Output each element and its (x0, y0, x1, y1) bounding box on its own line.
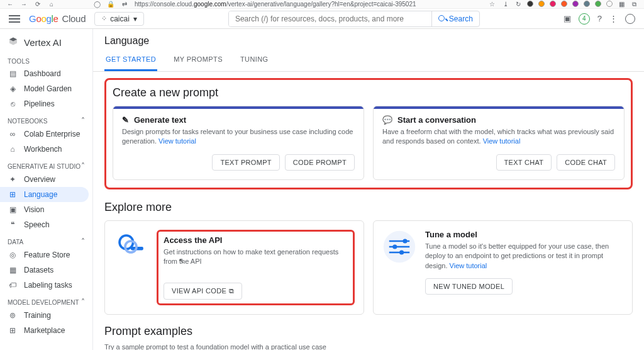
sidebar-item-dashboard[interactable]: ▤Dashboard (0, 66, 92, 81)
external-link-icon: ⧉ (229, 287, 234, 295)
product-title-label: Vertex AI (24, 37, 62, 48)
language-icon: ⊞ (8, 190, 18, 199)
dashboard-icon: ▤ (8, 69, 18, 78)
avatar[interactable] (625, 14, 635, 24)
chevron-up-icon: ˄ (81, 116, 85, 125)
sidebar-item-pipelines[interactable]: ⎋Pipelines (0, 96, 92, 111)
prompt-examples-line1: Try a sample prompt to test a foundation… (104, 343, 633, 350)
explore-heading: Explore more (104, 201, 633, 214)
help-icon[interactable]: ? (597, 14, 602, 23)
view-api-code-button[interactable]: VIEW API CODE ⧉ (164, 283, 242, 300)
project-icon: ⁘ (101, 14, 106, 23)
logo-cloud-text: Cloud (62, 13, 86, 24)
card-generate-text: ✎Generate text Design prompts for tasks … (113, 106, 364, 180)
search-button[interactable]: Search (431, 11, 479, 26)
ext-icon[interactable] (572, 1, 579, 7)
sidebar-item-speech[interactable]: ❝Speech (0, 217, 92, 232)
menu-icon[interactable] (9, 15, 20, 23)
card-title: Access the API (164, 235, 348, 245)
forward-icon[interactable]: → (20, 1, 28, 8)
sidebar-item-training[interactable]: ⊚Training (0, 308, 92, 323)
tab-get-started[interactable]: GET STARTED (104, 49, 157, 71)
section-notebooks[interactable]: NOTEBOOKS˄ (0, 111, 92, 127)
ext-icon[interactable] (550, 1, 556, 7)
terminal-icon[interactable]: ▣ (564, 14, 571, 23)
tabs: GET STARTED MY PROMPTS TUNING (93, 49, 644, 72)
ext-icon[interactable] (561, 1, 567, 7)
browser-chrome: ← → ⟳ ⌂ ◯ 🔒 ⇄ https://console.cloud.goog… (0, 0, 644, 9)
tab-my-prompts[interactable]: MY PROMPTS (172, 49, 224, 71)
ext-icon[interactable] (595, 1, 601, 7)
chat-icon: 💬 (382, 115, 392, 125)
view-tutorial-link[interactable]: View tutorial (158, 137, 196, 145)
access-api-highlight: Access the API Get instructions on how t… (157, 230, 355, 305)
back-icon[interactable]: ← (6, 1, 14, 8)
sidebar-item-datasets[interactable]: ▦Datasets (0, 262, 92, 278)
sidebar-item-feature-store[interactable]: ◎Feature Store (0, 247, 92, 262)
create-prompt-section-highlight: Create a new prompt ✎Generate text Desig… (104, 78, 633, 189)
sidebar-item-model-garden[interactable]: ◈Model Garden (0, 81, 92, 96)
sidebar-item-workbench[interactable]: ⌂Workbench (0, 142, 92, 157)
gcp-header: Google Cloud ⁘ caicai ▾ Search ▣ 4 ? ⋮ (0, 9, 644, 29)
tab-tuning[interactable]: TUNING (239, 49, 270, 71)
project-name: caicai (110, 14, 130, 23)
chevron-up-icon: ˄ (81, 237, 85, 246)
notifications-badge[interactable]: 4 (579, 13, 590, 25)
sidebar-item-colab-enterprise[interactable]: ∞Colab Enterprise (0, 127, 92, 142)
ext-icon[interactable] (606, 1, 613, 7)
code-chat-button[interactable]: CODE CHAT (557, 154, 615, 171)
view-tutorial-link[interactable]: View tutorial (483, 137, 521, 145)
search-input[interactable] (229, 11, 431, 26)
card-title: Tune a model (425, 230, 623, 239)
marketplace-icon: ⊞ (8, 326, 18, 335)
section-genai[interactable]: GENERATIVE AI STUDIO˄ (0, 157, 92, 172)
new-tuned-model-button[interactable]: NEW TUNED MODEL (425, 278, 513, 295)
sidebar-item-overview[interactable]: ✦Overview (0, 172, 92, 187)
home-icon[interactable]: ⌂ (48, 1, 55, 8)
chevron-up-icon: ˄ (81, 162, 85, 171)
product-title[interactable]: Vertex AI (0, 31, 92, 53)
sidebar-item-marketplace[interactable]: ⊞Marketplace (0, 323, 92, 338)
chevron-down-icon: ▾ (133, 14, 137, 23)
text-chat-button[interactable]: TEXT CHAT (496, 154, 552, 171)
logo[interactable]: Google Cloud (29, 13, 86, 24)
pipelines-icon: ⎋ (8, 99, 18, 108)
section-tools: TOOLS (0, 53, 92, 66)
sidebar-item-language[interactable]: ⊞Language (0, 187, 89, 202)
search-box[interactable]: Search (228, 11, 480, 27)
ext-icon[interactable] (584, 1, 590, 7)
section-data[interactable]: DATA˄ (0, 232, 92, 247)
text-prompt-button[interactable]: TEXT PROMPT (212, 154, 279, 171)
training-icon: ⊚ (8, 311, 18, 320)
code-prompt-button[interactable]: CODE PROMPT (285, 154, 355, 171)
cursor-icon: ↖ (179, 257, 363, 265)
main-content: Language GET STARTED MY PROMPTS TUNING C… (93, 29, 644, 350)
ext-icon[interactable] (538, 1, 545, 7)
card-desc: Have a freeform chat with the model, whi… (382, 127, 615, 147)
shield-icon: ◯ (93, 1, 101, 8)
sidebar-item-vision[interactable]: ▣Vision (0, 202, 92, 217)
ext-icon[interactable] (527, 1, 533, 7)
download-icon[interactable]: ⤓ (502, 1, 509, 8)
sidebar: Vertex AI TOOLS ▤Dashboard ◈Model Garden… (0, 29, 93, 350)
url-bar[interactable]: https://console.cloud.google.com/vertex-… (135, 1, 482, 8)
star-icon[interactable]: ☆ (488, 1, 496, 8)
vertex-ai-icon (8, 37, 19, 48)
reload-icon[interactable]: ⟳ (34, 1, 42, 8)
sliders-illustration (382, 230, 416, 264)
card-title: Generate text (134, 115, 186, 125)
sync-icon[interactable]: ↻ (514, 1, 522, 8)
view-tutorial-link[interactable]: View tutorial (450, 262, 487, 269)
card-tune-model: Tune a model Tune a model so it's better… (373, 220, 633, 315)
project-picker[interactable]: ⁘ caicai ▾ (94, 12, 144, 26)
section-model-dev[interactable]: MODEL DEVELOPMENT˄ (0, 293, 92, 308)
copy-icon[interactable]: ⧉ (630, 1, 638, 8)
extensions-icon[interactable]: ▦ (618, 1, 625, 8)
overview-icon: ✦ (8, 175, 18, 184)
card-start-conversation: 💬Start a conversation Have a freeform ch… (373, 106, 625, 180)
feature-store-icon: ◎ (8, 251, 18, 259)
more-icon[interactable]: ⋮ (609, 14, 618, 23)
toggle-icon: ⇄ (121, 1, 128, 8)
card-access-api: Access the API Get instructions on how t… (104, 220, 364, 315)
sidebar-item-labeling-tasks[interactable]: 🏷Labeling tasks (0, 278, 92, 293)
